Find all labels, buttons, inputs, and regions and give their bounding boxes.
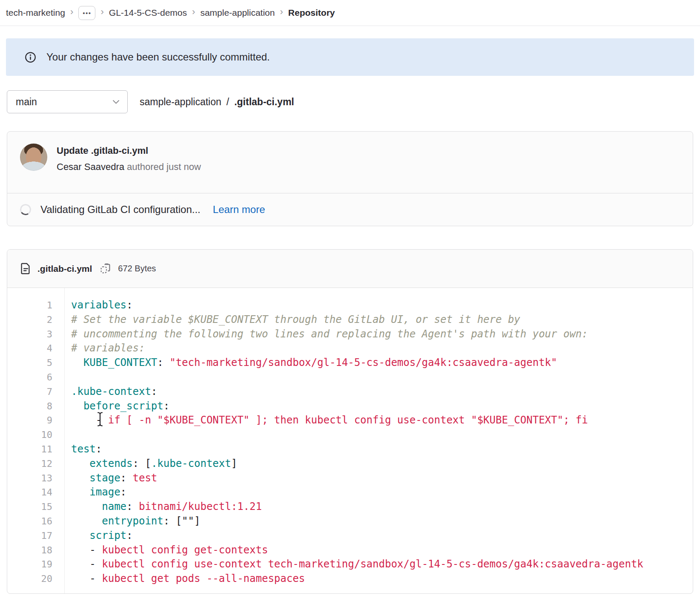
commit-card: Update .gitlab-ci.yml Cesar Saavedra aut… bbox=[7, 131, 693, 226]
learn-more-link[interactable]: Learn more bbox=[213, 204, 265, 216]
code-line-content: # variables: bbox=[64, 341, 145, 356]
commit-title-link[interactable]: Update .gitlab-ci.yml bbox=[57, 144, 201, 157]
line-number[interactable]: 10 bbox=[7, 428, 64, 442]
code-line-content: variables: bbox=[64, 298, 133, 313]
code-line: 18 - kubectl config get-contexts bbox=[7, 543, 693, 558]
line-number[interactable]: 3 bbox=[7, 327, 64, 342]
loading-spinner-icon bbox=[19, 203, 32, 216]
success-banner: Your changes have been successfully comm… bbox=[6, 38, 694, 76]
code-line: 8 before_script: bbox=[7, 399, 693, 414]
file-viewer: .gitlab-ci.yml 672 Bytes 1variables:2# S… bbox=[7, 249, 693, 594]
path-repo-link[interactable]: sample-application bbox=[140, 96, 221, 108]
line-number[interactable]: 11 bbox=[7, 442, 64, 457]
code-line: 5 KUBE_CONTEXT: "tech-marketing/sandbox/… bbox=[7, 356, 693, 370]
code-line-content: stage: test bbox=[64, 471, 157, 486]
line-number[interactable]: 13 bbox=[7, 471, 64, 486]
file-size: 672 Bytes bbox=[118, 264, 156, 273]
line-number[interactable]: 5 bbox=[7, 356, 64, 370]
code-line: 16 entrypoint: [""] bbox=[7, 514, 693, 529]
ci-validation-status: Validating GitLab CI configuration... Le… bbox=[7, 193, 693, 226]
code-line-content bbox=[64, 370, 77, 385]
file-name: .gitlab-ci.yml bbox=[37, 264, 92, 274]
validation-text: Validating GitLab CI configuration... bbox=[40, 204, 201, 216]
breadcrumb-ellipsis-button[interactable]: ••• bbox=[78, 6, 95, 20]
path-separator: / bbox=[227, 96, 229, 108]
breadcrumb-item-tech-marketing[interactable]: tech-marketing bbox=[6, 8, 65, 18]
breadcrumb: tech-marketing›•••›GL-14-5-CS-demos›samp… bbox=[0, 0, 700, 26]
branch-selector[interactable]: main bbox=[7, 90, 128, 113]
code-line-content bbox=[64, 428, 77, 442]
copy-to-clipboard-icon bbox=[100, 263, 111, 274]
line-number[interactable]: 7 bbox=[7, 385, 64, 399]
breadcrumb-item-gl-14-5-cs-demos[interactable]: GL-14-5-CS-demos bbox=[109, 8, 187, 18]
line-number[interactable]: 20 bbox=[7, 572, 64, 586]
commit-authored-time: authored just now bbox=[127, 161, 201, 172]
code-line: 19 - kubectl config use-context tech-mar… bbox=[7, 557, 693, 572]
code-line: 9 - if [ -n "$KUBE_CONTEXT" ]; then kube… bbox=[7, 413, 693, 428]
branch-name: main bbox=[16, 96, 37, 108]
line-number[interactable]: 18 bbox=[7, 543, 64, 558]
file-header: .gitlab-ci.yml 672 Bytes bbox=[7, 250, 693, 288]
document-icon bbox=[21, 263, 31, 274]
code-body: 1variables:2# Set the variable $KUBE_CON… bbox=[7, 288, 693, 593]
breadcrumb-separator-icon: › bbox=[70, 7, 73, 17]
line-number[interactable]: 17 bbox=[7, 529, 64, 543]
breadcrumb-separator-icon: › bbox=[280, 7, 283, 17]
code-line-content: script: bbox=[64, 529, 133, 543]
line-number[interactable]: 9 bbox=[7, 413, 64, 428]
gutter-divider bbox=[64, 288, 65, 593]
file-nav-row: main sample-application / .gitlab-ci.yml bbox=[7, 90, 693, 113]
line-number[interactable]: 19 bbox=[7, 557, 64, 572]
code-line-content: before_script: bbox=[64, 399, 169, 414]
breadcrumb-item-repository: Repository bbox=[288, 8, 335, 18]
breadcrumb-list: tech-marketing›•••›GL-14-5-CS-demos›samp… bbox=[6, 6, 335, 20]
code-line: 2# Set the variable $KUBE_CONTEXT throug… bbox=[7, 313, 693, 327]
code-line-content: name: bitnami/kubectl:1.21 bbox=[64, 500, 262, 514]
code-line: 15 name: bitnami/kubectl:1.21 bbox=[7, 500, 693, 514]
code-line-content: - kubectl config get-contexts bbox=[64, 543, 268, 558]
commit-meta: Cesar Saavedra authored just now bbox=[57, 161, 201, 173]
last-commit-info: Update .gitlab-ci.yml Cesar Saavedra aut… bbox=[7, 132, 693, 193]
breadcrumb-separator-icon: › bbox=[100, 7, 103, 17]
code-line-content: KUBE_CONTEXT: "tech-marketing/sandbox/gl… bbox=[64, 356, 557, 370]
line-number[interactable]: 1 bbox=[7, 298, 64, 313]
code-line-content: test: bbox=[64, 442, 102, 457]
text-cursor-pointer bbox=[96, 412, 104, 429]
line-number[interactable]: 6 bbox=[7, 370, 64, 385]
code-line-content: image: bbox=[64, 485, 126, 500]
code-line: 6 bbox=[7, 370, 693, 385]
line-number[interactable]: 15 bbox=[7, 500, 64, 514]
commit-author-link[interactable]: Cesar Saavedra bbox=[57, 161, 124, 172]
code-line: 20 - kubectl get pods --all-namespaces bbox=[7, 572, 693, 586]
code-line-content: # Set the variable $KUBE_CONTEXT through… bbox=[64, 313, 520, 327]
line-number[interactable]: 2 bbox=[7, 313, 64, 327]
line-number[interactable]: 16 bbox=[7, 514, 64, 529]
code-line: 10 bbox=[7, 428, 693, 442]
code-line-content: entrypoint: [""] bbox=[64, 514, 200, 529]
code-line: 12 extends: [.kube-context] bbox=[7, 457, 693, 471]
breadcrumb-separator-icon: › bbox=[192, 7, 195, 17]
code-line: 11test: bbox=[7, 442, 693, 457]
code-line: 7.kube-context: bbox=[7, 385, 693, 399]
code-line: 13 stage: test bbox=[7, 471, 693, 486]
code-line-content: # uncommenting the following two lines a… bbox=[64, 327, 588, 342]
file-path: sample-application / .gitlab-ci.yml bbox=[140, 96, 294, 108]
breadcrumb-item-sample-application[interactable]: sample-application bbox=[200, 8, 275, 18]
line-number[interactable]: 14 bbox=[7, 485, 64, 500]
code-line-content: - if [ -n "$KUBE_CONTEXT" ]; then kubect… bbox=[64, 413, 588, 428]
code-line: 1variables: bbox=[7, 298, 693, 313]
code-line-content: extends: [.kube-context] bbox=[64, 457, 237, 471]
code-line-content: .kube-context: bbox=[64, 385, 157, 399]
code-line: 17 script: bbox=[7, 529, 693, 543]
line-number[interactable]: 8 bbox=[7, 399, 64, 414]
banner-text: Your changes have been successfully comm… bbox=[46, 51, 270, 63]
author-avatar[interactable] bbox=[20, 144, 47, 171]
code-line-content: - kubectl get pods --all-namespaces bbox=[64, 572, 305, 586]
copy-file-path-button[interactable] bbox=[100, 263, 111, 274]
info-icon bbox=[25, 52, 36, 63]
code-line: 4# variables: bbox=[7, 341, 693, 356]
line-number[interactable]: 12 bbox=[7, 457, 64, 471]
code-line: 14 image: bbox=[7, 485, 693, 500]
line-number[interactable]: 4 bbox=[7, 341, 64, 356]
code-line: 3# uncommenting the following two lines … bbox=[7, 327, 693, 342]
